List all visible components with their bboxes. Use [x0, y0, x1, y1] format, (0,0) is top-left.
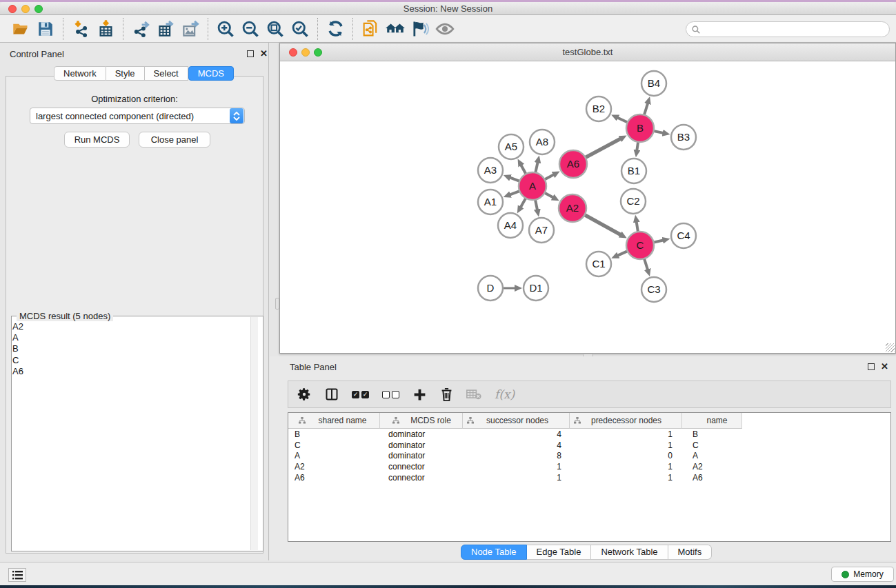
search-input[interactable]: [701, 23, 889, 36]
graph-node-A7[interactable]: A7: [529, 218, 554, 243]
tab-style[interactable]: Style: [106, 66, 145, 81]
import-network-button[interactable]: [68, 17, 93, 41]
window-resize-grip[interactable]: [886, 343, 895, 352]
delete-column-button[interactable]: [440, 384, 453, 405]
export-table-icon: [157, 19, 175, 38]
column-header-shared-name[interactable]: shared name: [288, 413, 380, 429]
tab-network-table[interactable]: Network Table: [591, 545, 668, 560]
delete-table-icon: [466, 388, 481, 401]
tab-network[interactable]: Network: [54, 66, 106, 81]
minimize-window-button[interactable]: [21, 5, 30, 13]
graph-node-C2[interactable]: C2: [621, 189, 646, 214]
zoom-window-button[interactable]: [34, 5, 43, 13]
close-panel-button[interactable]: Close panel: [139, 132, 210, 148]
network-canvas[interactable]: B4B2BB3A8A5A6A3B1AC2A1A2A4A7C4CC1C3DD1: [280, 61, 895, 353]
duplicate-network-button[interactable]: [358, 17, 383, 41]
refresh-layout-button[interactable]: [323, 17, 348, 41]
table-panel-tabs: Node Table Edge Table Network Table Moti…: [461, 545, 712, 560]
result-item[interactable]: C: [12, 355, 250, 366]
table-row[interactable]: B dominator 4 1 B: [288, 429, 890, 440]
delete-table-button[interactable]: [466, 384, 481, 405]
vertical-splitter-handle[interactable]: [275, 298, 279, 310]
result-scrollbar[interactable]: [250, 317, 258, 550]
export-image-button[interactable]: [178, 17, 203, 41]
export-table-button[interactable]: [153, 17, 178, 41]
zoom-out-button[interactable]: [238, 17, 263, 41]
show-all-button[interactable]: [432, 17, 457, 41]
column-header-predecessor-nodes[interactable]: predecessor nodes: [570, 413, 682, 429]
export-network-button[interactable]: [128, 17, 153, 41]
graph-node-C1[interactable]: C1: [586, 252, 611, 276]
tab-edge-table[interactable]: Edge Table: [527, 545, 592, 560]
open-folder-icon: [12, 19, 30, 38]
table-row[interactable]: A2 connector 1 1 A2: [288, 461, 890, 472]
shared-column-icon: [467, 417, 474, 424]
table-row[interactable]: A6 connector 1 1 A6: [288, 472, 890, 483]
column-header-successor-nodes[interactable]: successor nodes: [463, 413, 570, 429]
import-table-button[interactable]: [93, 17, 118, 41]
table-panel-float-button[interactable]: [868, 363, 875, 370]
tab-motifs[interactable]: Motifs: [668, 545, 713, 560]
graph-node-B4[interactable]: B4: [641, 71, 666, 96]
graph-node-A5[interactable]: A5: [499, 134, 524, 159]
zoom-in-button[interactable]: [213, 17, 238, 41]
toolbar-search: [686, 21, 890, 37]
graph-node-D[interactable]: D: [478, 276, 503, 301]
graph-node-C3[interactable]: C3: [641, 277, 666, 302]
graph-node-A4[interactable]: A4: [498, 213, 523, 238]
run-mcds-button[interactable]: Run MCDS: [64, 132, 130, 148]
result-item[interactable]: B: [12, 343, 250, 354]
graph-node-B3[interactable]: B3: [671, 125, 696, 150]
refresh-icon: [326, 19, 345, 38]
control-panel-float-button[interactable]: [247, 50, 254, 57]
network-minimize-button[interactable]: [301, 48, 310, 57]
graph-node-D1[interactable]: D1: [524, 276, 548, 301]
result-item[interactable]: A6: [12, 366, 250, 377]
graph-node-C[interactable]: C: [626, 232, 654, 259]
table-row[interactable]: A dominator 8 0 A: [288, 450, 890, 461]
open-session-button[interactable]: [8, 17, 33, 41]
graph-node-B2[interactable]: B2: [586, 97, 611, 121]
graph-node-A[interactable]: A: [519, 172, 546, 200]
table-settings-button[interactable]: [297, 384, 312, 405]
select-all-button[interactable]: ✓✓: [352, 384, 369, 405]
tab-node-table[interactable]: Node Table: [461, 545, 527, 560]
network-close-button[interactable]: [289, 48, 297, 57]
task-history-button[interactable]: [8, 568, 26, 582]
graph-node-A1[interactable]: A1: [478, 190, 503, 214]
column-header-mcds-role[interactable]: MCDS role: [380, 413, 463, 429]
network-zoom-button[interactable]: [314, 48, 322, 57]
criterion-dropdown[interactable]: largest connected component (directed): [30, 108, 245, 124]
function-builder-button[interactable]: f(x): [495, 384, 515, 405]
column-header-name[interactable]: name: [682, 413, 742, 429]
tab-mcds[interactable]: MCDS: [188, 66, 234, 81]
graphics-details-toggle-button[interactable]: [408, 17, 432, 41]
network-window-titlebar[interactable]: testGlobe.txt: [280, 43, 895, 61]
graph-node-B[interactable]: B: [626, 114, 654, 142]
add-column-button[interactable]: [412, 384, 427, 405]
table-panel-close-button[interactable]: ✕: [881, 363, 888, 371]
svg-text:A7: A7: [535, 224, 548, 236]
plus-icon: [412, 387, 427, 402]
control-panel-close-button[interactable]: ✕: [260, 50, 268, 58]
show-column-button[interactable]: [325, 384, 339, 405]
zoom-fit-button[interactable]: [263, 17, 288, 41]
first-neighbors-button[interactable]: [383, 17, 408, 41]
table-row[interactable]: C dominator 4 1 C: [288, 440, 890, 451]
zoom-selected-button[interactable]: [288, 17, 312, 41]
close-window-button[interactable]: [8, 5, 17, 13]
graph-node-A8[interactable]: A8: [530, 130, 555, 154]
graph-node-A3[interactable]: A3: [478, 158, 503, 183]
result-item[interactable]: A2: [12, 321, 250, 332]
deselect-all-button[interactable]: [382, 384, 399, 405]
graph-node-A6[interactable]: A6: [559, 150, 587, 178]
graph-node-A2[interactable]: A2: [559, 194, 586, 222]
graph-node-B1[interactable]: B1: [621, 159, 646, 183]
memory-button[interactable]: Memory: [831, 567, 894, 582]
network-graph[interactable]: B4B2BB3A8A5A6A3B1AC2A1A2A4A7C4CC1C3DD1: [280, 61, 895, 353]
save-session-button[interactable]: [33, 17, 58, 41]
mcds-result-list[interactable]: A2 A B C A6: [12, 321, 250, 549]
result-item[interactable]: A: [12, 332, 250, 343]
graph-node-C4[interactable]: C4: [671, 223, 696, 248]
tab-select[interactable]: Select: [145, 66, 188, 81]
